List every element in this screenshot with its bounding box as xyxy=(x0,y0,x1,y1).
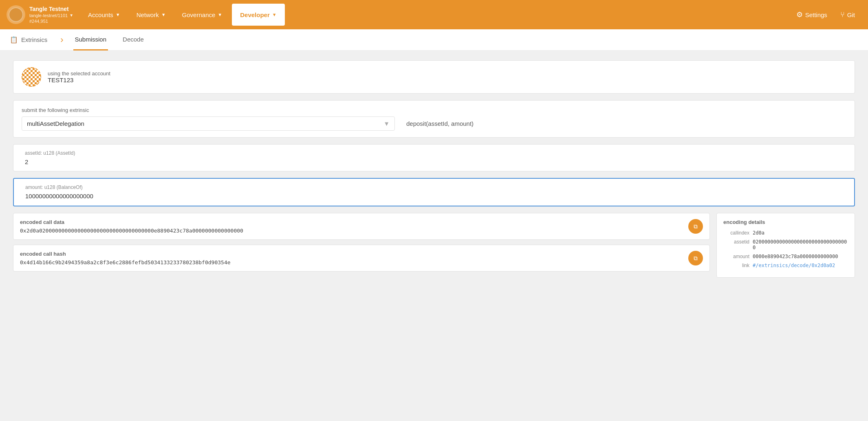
nav-settings-label: Settings xyxy=(805,11,827,18)
copy-icon: ⧉ xyxy=(694,223,698,230)
git-icon: ⑂ xyxy=(840,11,845,19)
nav-brand[interactable]: Tangle Testnet tangle-testnet/1101 ▼ #24… xyxy=(7,5,73,24)
extrinsic-card: submit the following extrinsic multiAsse… xyxy=(13,100,855,138)
developer-chevron: ▼ xyxy=(272,12,277,17)
nav-network-label: Network xyxy=(137,11,159,18)
param-asset-id-value: 2 xyxy=(25,158,846,165)
nav-brand-title: Tangle Testnet xyxy=(29,5,73,13)
subnav-divider: › xyxy=(60,35,63,45)
nav-settings[interactable]: ⚙ Settings xyxy=(790,10,834,19)
encoding-val-assetid: 020000000000000000000000000000000 xyxy=(753,239,848,250)
nav-git-label: Git xyxy=(847,11,855,18)
param-amount-card: amount: u128 (BalanceOf) xyxy=(13,178,855,206)
extrinsic-function: deposit(assetId, amount) xyxy=(401,117,846,130)
nav-item-accounts[interactable]: Accounts ▼ xyxy=(80,0,128,29)
param-amount-label: amount: u128 (BalanceOf) xyxy=(25,184,846,190)
nav-developer-label: Developer xyxy=(240,11,270,18)
nav-brand-subtitle: tangle-testnet/1101 xyxy=(29,13,68,18)
copy-hash-icon: ⧉ xyxy=(694,255,698,262)
param-asset-id-card: assetId: u128 (AssetId) 2 xyxy=(13,145,855,171)
encoded-call-data-value: 0x2d0a0200000000000000000000000000000000… xyxy=(20,228,243,234)
encoded-call-hash-content: encoded call hash 0x4d14b166c9b2494359a8… xyxy=(20,251,231,265)
nav-brand-chevron: ▼ xyxy=(69,13,73,18)
subnav-section-label: Extrinsics xyxy=(21,36,47,43)
encoding-key-callindex: callindex xyxy=(723,230,749,236)
encoding-key-amount: amount xyxy=(723,254,749,259)
param-asset-id-wrapper: assetId: u128 (AssetId) 2 xyxy=(13,144,855,171)
param-asset-id-label: assetId: u128 (AssetId) xyxy=(25,150,846,156)
nav-logo xyxy=(7,5,25,24)
encoding-val-link[interactable]: #/extrinsics/decode/0x2d0a02 xyxy=(753,263,835,268)
encoded-call-data-label: encoded call data xyxy=(20,219,243,225)
nav-brand-sub: tangle-testnet/1101 ▼ xyxy=(29,13,73,18)
extrinsic-row: multiAssetDelegation ▼ deposit(assetId, … xyxy=(22,116,846,131)
encoding-detail-amount: amount 0000e8890423c78a0000000000000 xyxy=(723,254,848,259)
nav-item-developer[interactable]: Developer ▼ xyxy=(232,4,284,26)
nav-governance-label: Governance xyxy=(182,11,216,18)
network-chevron: ▼ xyxy=(161,12,166,17)
account-card: using the selected account TEST123 xyxy=(13,60,855,94)
copy-call-hash-button[interactable]: ⧉ xyxy=(688,251,703,265)
main-content: using the selected account TEST123 submi… xyxy=(0,50,868,421)
encoding-detail-link: link #/extrinsics/decode/0x2d0a02 xyxy=(723,263,848,268)
nav-brand-text: Tangle Testnet tangle-testnet/1101 ▼ #24… xyxy=(29,5,73,24)
nav-logo-inner xyxy=(9,7,23,22)
account-info: using the selected account TEST123 xyxy=(48,70,110,83)
nav-item-governance[interactable]: Governance ▼ xyxy=(174,0,231,29)
copy-call-data-button[interactable]: ⧉ xyxy=(688,219,703,234)
param-amount-input[interactable] xyxy=(25,193,846,200)
encoded-call-hash-label: encoded call hash xyxy=(20,251,231,257)
encoding-key-link: link xyxy=(723,263,749,268)
nav-brand-block: #244,951 xyxy=(29,18,73,24)
encoded-call-hash-value: 0x4d14b166c9b2494359a8a2c8f3e6c2886fefbd… xyxy=(20,259,231,265)
encoded-row: encoded call data 0x2d0a0200000000000000… xyxy=(13,213,855,278)
encoded-call-data-card: encoded call data 0x2d0a0200000000000000… xyxy=(13,213,710,240)
navbar: Tangle Testnet tangle-testnet/1101 ▼ #24… xyxy=(0,0,868,29)
module-select-chevron: ▼ xyxy=(383,120,390,127)
tab-submission[interactable]: Submission xyxy=(73,29,108,50)
encoding-details-title: encoding details xyxy=(723,219,848,225)
encoded-call-hash-card: encoded call hash 0x4d14b166c9b2494359a8… xyxy=(13,245,710,272)
account-name: TEST123 xyxy=(48,77,110,83)
extrinsic-module-select[interactable]: multiAssetDelegation ▼ xyxy=(22,116,395,131)
account-label: using the selected account xyxy=(48,70,110,77)
extrinsic-module-value: multiAssetDelegation xyxy=(27,120,84,127)
encoded-left: encoded call data 0x2d0a0200000000000000… xyxy=(13,213,710,278)
extrinsic-label: submit the following extrinsic xyxy=(22,107,846,113)
encoding-detail-callindex: callindex 2d0a xyxy=(723,230,848,236)
gear-icon: ⚙ xyxy=(796,10,803,19)
nav-item-network[interactable]: Network ▼ xyxy=(128,0,174,29)
accounts-chevron: ▼ xyxy=(116,12,120,17)
nav-git[interactable]: ⑂ Git xyxy=(834,11,861,19)
account-avatar xyxy=(22,67,41,87)
subnav: 📋 Extrinsics › Submission Decode xyxy=(0,29,868,50)
nav-accounts-label: Accounts xyxy=(88,11,113,18)
encoding-val-callindex: 2d0a xyxy=(753,230,764,236)
encoding-detail-assetid: assetid 02000000000000000000000000000000… xyxy=(723,239,848,250)
tab-decode[interactable]: Decode xyxy=(121,29,145,50)
encoding-val-amount: 0000e8890423c78a0000000000000 xyxy=(753,254,838,259)
extrinsics-icon: 📋 xyxy=(10,36,18,44)
governance-chevron: ▼ xyxy=(218,12,222,17)
encoded-call-data-content: encoded call data 0x2d0a0200000000000000… xyxy=(20,219,243,234)
encoding-details: encoding details callindex 2d0a assetid … xyxy=(716,213,855,278)
encoding-key-assetid: assetid xyxy=(723,239,749,250)
